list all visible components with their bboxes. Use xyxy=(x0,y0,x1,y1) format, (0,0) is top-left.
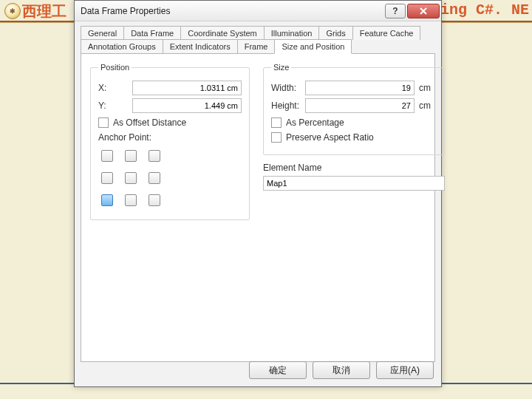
x-input[interactable] xyxy=(132,81,242,95)
element-name-input[interactable] xyxy=(263,176,445,191)
tab-strip: General Data Frame Coordinate System Ill… xyxy=(75,21,441,362)
height-label: Height: xyxy=(271,100,305,111)
slide-title-left: 西理工 xyxy=(22,1,66,21)
anchor-point-tl[interactable] xyxy=(101,150,113,162)
tab-size-and-position[interactable]: Size and Position xyxy=(274,39,352,54)
anchor-point-label: Anchor Point: xyxy=(98,132,242,143)
close-button[interactable] xyxy=(407,4,440,18)
offset-distance-label: As Offset Distance xyxy=(113,117,186,128)
anchor-point-grid xyxy=(98,147,242,212)
tab-feature-cache[interactable]: Feature Cache xyxy=(352,26,421,40)
close-icon xyxy=(419,7,428,16)
tab-extent-indicators[interactable]: Extent Indicators xyxy=(163,39,238,54)
dialog-title: Data Frame Properties xyxy=(81,6,383,16)
size-legend: Size xyxy=(271,63,291,72)
tab-general[interactable]: General xyxy=(81,26,124,40)
width-input[interactable] xyxy=(305,81,415,95)
data-frame-properties-dialog: Data Frame Properties ? General Data Fra… xyxy=(74,0,442,387)
tab-illumination[interactable]: Illumination xyxy=(264,26,320,40)
tab-panel-size-position: Position X: Y: As Offset Distance xyxy=(81,53,435,362)
anchor-point-mr[interactable] xyxy=(149,172,160,184)
tab-coordinate-system[interactable]: Coordinate System xyxy=(180,26,265,40)
element-name-label: Element Name xyxy=(263,163,445,173)
preserve-aspect-label: Preserve Aspect Ratio xyxy=(286,132,374,143)
height-unit: cm xyxy=(419,100,437,111)
tab-annotation-groups[interactable]: Annotation Groups xyxy=(81,39,163,54)
tab-data-frame[interactable]: Data Frame xyxy=(123,26,181,40)
as-percentage-checkbox[interactable] xyxy=(271,117,282,128)
x-label: X: xyxy=(98,83,132,93)
width-label: Width: xyxy=(271,83,305,93)
as-percentage-label: As Percentage xyxy=(286,117,344,128)
y-label: Y: xyxy=(98,100,132,111)
size-group: Size Width: cm Height: cm xyxy=(263,63,445,155)
anchor-point-ml[interactable] xyxy=(101,172,113,184)
ok-button[interactable]: 确定 xyxy=(249,361,307,379)
preserve-aspect-checkbox[interactable] xyxy=(271,132,282,143)
anchor-point-bc[interactable] xyxy=(125,194,137,206)
dialog-button-bar: 确定 取消 应用(A) xyxy=(249,361,434,379)
apply-button[interactable]: 应用(A) xyxy=(376,361,434,379)
position-legend: Position xyxy=(98,63,132,72)
anchor-point-tc[interactable] xyxy=(125,150,137,162)
height-input[interactable] xyxy=(305,98,415,113)
question-icon: ? xyxy=(392,6,398,16)
width-unit: cm xyxy=(419,83,437,93)
anchor-point-br[interactable] xyxy=(149,194,160,206)
offset-distance-checkbox[interactable] xyxy=(98,117,109,128)
tab-grids[interactable]: Grids xyxy=(318,26,352,40)
anchor-point-tr[interactable] xyxy=(149,150,160,162)
y-input[interactable] xyxy=(132,98,242,113)
cancel-button[interactable]: 取消 xyxy=(313,361,370,379)
position-group: Position X: Y: As Offset Distance xyxy=(90,63,250,220)
institution-logo: ✻ xyxy=(4,3,21,19)
help-button[interactable]: ? xyxy=(385,4,406,18)
tab-frame[interactable]: Frame xyxy=(237,39,276,54)
anchor-point-mc[interactable] xyxy=(125,172,137,184)
dialog-titlebar[interactable]: Data Frame Properties ? xyxy=(75,1,441,21)
anchor-point-bl[interactable] xyxy=(101,194,113,206)
